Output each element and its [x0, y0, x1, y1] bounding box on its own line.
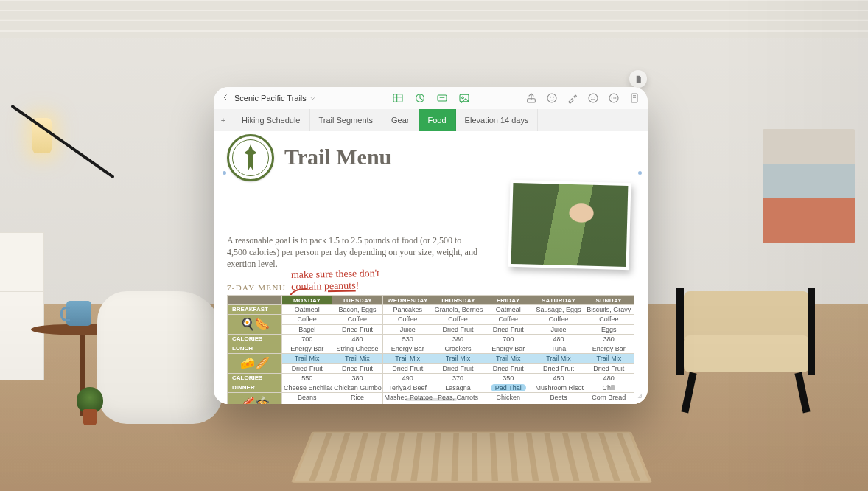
- add-sheet-button[interactable]: +: [214, 109, 233, 131]
- table-cell[interactable]: Dried Fruit: [483, 324, 533, 335]
- column-header[interactable]: FRIDAY: [483, 296, 533, 305]
- table-cell[interactable]: Juice: [382, 324, 433, 335]
- table-cell[interactable]: Teriyaki Beef: [382, 383, 433, 393]
- table-cell[interactable]: Bagel: [282, 324, 332, 335]
- inspector-icon[interactable]: [629, 92, 640, 104]
- table-cell[interactable]: 530: [382, 335, 433, 344]
- collaborate-icon[interactable]: [546, 92, 558, 104]
- table-cell[interactable]: Trail Mix: [483, 354, 533, 364]
- table-cell[interactable]: 450: [533, 374, 584, 383]
- table-cell[interactable]: Biscuits, Gravy: [584, 305, 634, 315]
- share-icon[interactable]: [525, 92, 537, 104]
- table-cell[interactable]: 350: [483, 374, 533, 383]
- table-cell[interactable]: Oatmeal: [483, 305, 533, 315]
- table-cell[interactable]: 480: [332, 335, 382, 344]
- table-cell[interactable]: Dried Fruit: [584, 363, 634, 374]
- table-cell[interactable]: String Cheese: [332, 344, 382, 354]
- table-cell[interactable]: Dried Fruit: [332, 324, 382, 335]
- table-cell[interactable]: Dried Fruit: [533, 363, 584, 374]
- table-cell[interactable]: Apple Crisp: [282, 403, 332, 404]
- table-cell[interactable]: 550: [282, 374, 332, 383]
- table-cell[interactable]: Trail Mix: [282, 354, 332, 364]
- more-icon[interactable]: [608, 92, 620, 104]
- table-cell[interactable]: 380: [584, 335, 634, 344]
- table-cell[interactable]: Rice: [332, 393, 382, 403]
- table-cell[interactable]: Juice: [533, 324, 584, 335]
- tab-hiking-schedule[interactable]: Hiking Schedule: [233, 109, 310, 131]
- table-cell[interactable]: Chicken: [483, 393, 533, 403]
- table-cell[interactable]: Brownie: [433, 403, 483, 404]
- insert-image-icon[interactable]: [458, 92, 470, 104]
- table-cell[interactable]: Tuna: [533, 344, 584, 354]
- table-cell[interactable]: Chicken Gumbo: [332, 383, 382, 393]
- table-cell[interactable]: Berry Cobbler: [483, 403, 533, 404]
- table-cell[interactable]: Coffee: [483, 315, 533, 325]
- table-cell[interactable]: Energy Bar: [483, 344, 533, 354]
- table-cell[interactable]: 370: [433, 374, 483, 383]
- tab-gear[interactable]: Gear: [382, 109, 419, 131]
- insert-table-icon[interactable]: [392, 92, 404, 104]
- window-grab-handle[interactable]: [405, 398, 457, 401]
- table-cell[interactable]: Crackers: [433, 344, 483, 354]
- table-cell[interactable]: Coffee: [332, 315, 382, 325]
- column-header[interactable]: TUESDAY: [332, 296, 382, 305]
- table-cell[interactable]: Trail Mix: [332, 354, 382, 364]
- column-header[interactable]: MONDAY: [282, 296, 332, 305]
- table-cell[interactable]: Trail Mix: [433, 354, 483, 364]
- table-cell[interactable]: Coffee: [584, 315, 634, 325]
- table-cell[interactable]: Energy Bar: [282, 344, 332, 354]
- menu-table[interactable]: MONDAYTUESDAYWEDNESDAYTHURSDAYFRIDAYSATU…: [227, 295, 634, 404]
- table-cell[interactable]: Sausage, Eggs: [533, 305, 584, 315]
- table-cell[interactable]: Coffee: [282, 315, 332, 325]
- column-header[interactable]: SUNDAY: [584, 296, 634, 305]
- column-header[interactable]: WEDNESDAY: [382, 296, 433, 305]
- table-cell[interactable]: Granola, Berries: [433, 305, 483, 315]
- table-cell[interactable]: Bacon, Eggs: [332, 305, 382, 315]
- table-cell[interactable]: Trail Mix: [533, 354, 584, 364]
- table-cell[interactable]: Lemon Tart: [382, 403, 433, 404]
- table-cell[interactable]: Corn Bread: [584, 393, 634, 403]
- table-cell[interactable]: Dried Fruit: [332, 363, 382, 374]
- back-button[interactable]: [221, 93, 230, 103]
- insert-chart-icon[interactable]: [414, 92, 426, 104]
- column-header[interactable]: [228, 296, 282, 305]
- spatial-context-button[interactable]: [629, 70, 647, 88]
- table-cell[interactable]: Oatmeal: [282, 305, 332, 315]
- tab-trail-segments[interactable]: Trail Segments: [310, 109, 383, 131]
- table-cell[interactable]: Coffee: [382, 315, 433, 325]
- table-cell[interactable]: Dried Fruit: [433, 363, 483, 374]
- table-cell[interactable]: Chili: [584, 383, 634, 393]
- table-cell[interactable]: 480: [533, 335, 584, 344]
- table-cell[interactable]: Energy Bar: [584, 344, 634, 354]
- tab-food[interactable]: Food: [419, 109, 456, 131]
- table-cell[interactable]: 480: [584, 374, 634, 383]
- table-cell[interactable]: 700: [483, 335, 533, 344]
- table-cell[interactable]: Cheese Enchilada: [282, 383, 332, 393]
- emoji-icon[interactable]: [587, 92, 599, 104]
- table-cell[interactable]: Eggs: [584, 324, 634, 335]
- table-cell[interactable]: Dried Fruit: [382, 363, 433, 374]
- table-cell[interactable]: Pudding: [332, 403, 382, 404]
- table-cell[interactable]: Dried Fruit: [282, 363, 332, 374]
- document-title[interactable]: Scenic Pacific Trails: [234, 94, 316, 102]
- table-cell[interactable]: Coffee: [533, 315, 584, 325]
- table-cell[interactable]: 380: [433, 335, 483, 344]
- table-cell[interactable]: Beets: [533, 393, 584, 403]
- column-header[interactable]: THURSDAY: [433, 296, 483, 305]
- table-cell[interactable]: Dried Fruit: [433, 324, 483, 335]
- format-icon[interactable]: [567, 92, 578, 104]
- table-cell[interactable]: Energy Bar: [382, 344, 433, 354]
- table-cell[interactable]: 490: [382, 374, 433, 383]
- table-cell[interactable]: Mushroom Risotto: [533, 383, 584, 393]
- table-cell[interactable]: Lasagna: [433, 383, 483, 393]
- table-cell[interactable]: Pad Thai: [483, 383, 533, 393]
- sheet-canvas[interactable]: Trail Menu A reasonable goal is to pack …: [214, 131, 648, 404]
- table-cell[interactable]: Trail Mix: [382, 354, 433, 364]
- table-cell[interactable]: Dried Fruit: [483, 363, 533, 374]
- table-cell[interactable]: Coffee: [433, 315, 483, 325]
- tab-elevation-14-days[interactable]: Elevation 14 days: [456, 109, 539, 131]
- table-cell[interactable]: Trail Mix: [584, 354, 634, 364]
- insert-text-icon[interactable]: [436, 92, 448, 104]
- table-cell[interactable]: Pancakes: [382, 305, 433, 315]
- table-cell[interactable]: Beans: [282, 393, 332, 403]
